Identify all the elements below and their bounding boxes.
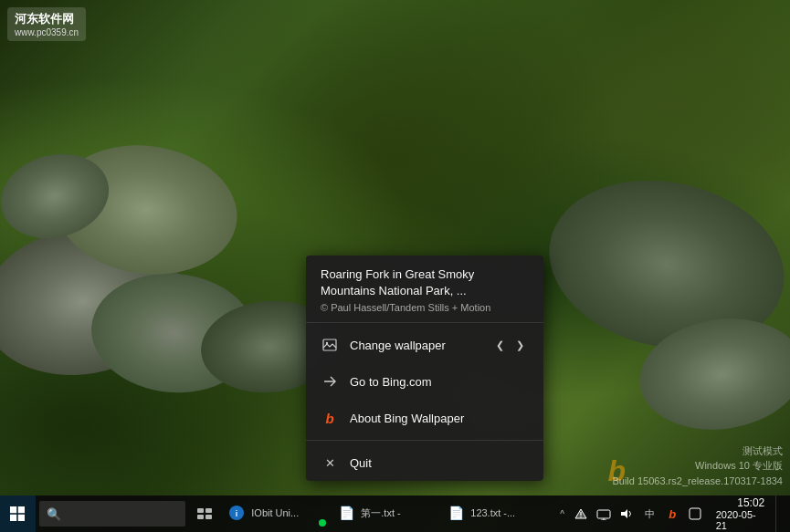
svg-rect-7 — [197, 508, 204, 513]
taskbar-search[interactable]: 🔍 — [39, 501, 185, 527]
taskbar-app-notepad2[interactable]: 📄 123.txt -... — [439, 495, 549, 532]
clock-date: 2020-05-21 — [716, 509, 765, 531]
tray-bing-icon[interactable]: b — [663, 504, 682, 524]
test-mode-label: 测试模式 — [612, 443, 783, 459]
svg-rect-4 — [18, 506, 25, 513]
svg-rect-5 — [10, 515, 16, 521]
svg-rect-9 — [197, 515, 204, 519]
svg-marker-19 — [621, 509, 627, 518]
tray-icon-1[interactable] — [572, 504, 591, 524]
task-view-icon — [197, 508, 212, 519]
context-menu-header: Roaring Fork in Great Smoky Mountains Na… — [306, 256, 543, 318]
prev-wallpaper-button[interactable]: ❮ — [490, 336, 509, 354]
change-wallpaper-label: Change wallpaper — [350, 339, 490, 352]
task-view-button[interactable] — [189, 495, 221, 532]
test-mode-overlay: 测试模式 Windows 10 专业版 Build 15063.rs2_rele… — [612, 443, 783, 489]
svg-text:i: i — [236, 509, 238, 518]
taskbar-app-notepad1[interactable]: 📄 第一.txt - — [330, 495, 439, 532]
site-watermark: 河东软件网 www.pc0359.cn — [7, 7, 86, 41]
bing-logo-icon: b — [321, 409, 339, 427]
go-to-bing-item[interactable]: Go to Bing.com — [306, 363, 543, 400]
taskbar-apps: i IObit Uni... 📄 第一.txt - 📄 123.txt -... — [220, 495, 549, 532]
context-menu-copyright: © Paul Hassell/Tandem Stills + Motion — [321, 302, 529, 313]
test-mode-build: Build 15063.rs2_release.170317-1834 — [612, 474, 783, 489]
tray-icon-volume[interactable] — [617, 504, 637, 524]
go-to-bing-label: Go to Bing.com — [350, 375, 529, 389]
svg-rect-6 — [18, 515, 25, 521]
menu-divider-1 — [306, 322, 543, 323]
quit-label: Quit — [350, 456, 529, 470]
wallpaper-arrows: ❮ ❯ — [490, 336, 529, 354]
tray-expand-button[interactable]: ^ — [556, 509, 568, 519]
notepad1-icon: 📄 — [337, 504, 355, 522]
show-desktop-button[interactable] — [775, 495, 783, 532]
change-wallpaper-item[interactable]: Change wallpaper ❮ ❯ — [306, 327, 543, 363]
taskbar: 🔍 i IObit Uni... — [0, 495, 790, 532]
about-bing-item[interactable]: b About Bing Wallpaper — [306, 400, 543, 436]
notification-center-icon[interactable] — [686, 504, 705, 524]
iobit-status-dot — [319, 519, 326, 527]
menu-divider-2 — [306, 440, 543, 441]
image-icon — [321, 336, 339, 354]
svg-rect-20 — [690, 508, 700, 519]
watermark-url: www.pc0359.cn — [15, 27, 79, 37]
svg-rect-0 — [323, 339, 336, 350]
svg-rect-10 — [205, 515, 212, 519]
svg-rect-3 — [10, 506, 16, 513]
test-mode-os: Windows 10 专业版 — [612, 458, 783, 474]
tray-icon-network[interactable] — [595, 504, 614, 524]
watermark-site-name: 河东软件网 — [15, 11, 79, 27]
close-icon: ✕ — [321, 454, 339, 472]
taskbar-app-iobit[interactable]: i IObit Uni... — [220, 495, 330, 532]
notepad2-label: 123.txt -... — [470, 507, 515, 518]
context-menu: Roaring Fork in Great Smoky Mountains Na… — [306, 256, 543, 481]
clock-time: 15:02 — [737, 496, 764, 509]
quit-item[interactable]: ✕ Quit — [306, 444, 543, 481]
start-button[interactable] — [0, 495, 36, 532]
svg-point-15 — [581, 516, 582, 517]
clock[interactable]: 15:02 2020-05-21 — [709, 496, 773, 531]
about-bing-label: About Bing Wallpaper — [350, 412, 529, 425]
iobit-label: IObit Uni... — [251, 507, 299, 518]
svg-rect-8 — [205, 508, 212, 513]
svg-rect-16 — [597, 510, 610, 518]
system-tray: ^ — [549, 495, 790, 532]
iobit-icon: i — [227, 504, 246, 522]
windows-logo-icon — [10, 506, 25, 521]
notepad2-icon: 📄 — [447, 504, 465, 522]
desktop: 河东软件网 www.pc0359.cn b 测试模式 Windows 10 专业… — [0, 0, 790, 532]
context-menu-title: Roaring Fork in Great Smoky Mountains Na… — [321, 266, 529, 299]
next-wallpaper-button[interactable]: ❯ — [511, 336, 529, 354]
notepad1-label: 第一.txt - — [361, 506, 400, 520]
tray-ime-icon[interactable]: 中 — [640, 504, 659, 524]
search-icon: 🔍 — [47, 507, 61, 521]
external-link-icon — [321, 372, 339, 391]
